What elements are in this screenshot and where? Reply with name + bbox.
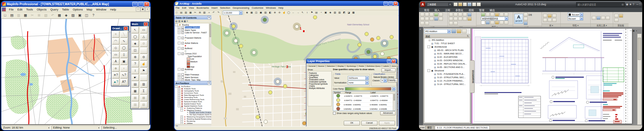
palette-close-icon[interactable]: × <box>420 28 421 30</box>
tree-expander-icon[interactable] <box>430 56 433 58</box>
layer-label[interactable]: Major Freeways <box>185 74 199 76</box>
dialog-tab[interactable]: Joins & Relates <box>390 64 399 67</box>
maximize-icon[interactable]: □ <box>639 3 641 6</box>
toolbox-icon[interactable] <box>184 120 186 122</box>
toc-layer-row[interactable] <box>175 39 209 42</box>
toc-layer-row[interactable] <box>175 34 209 37</box>
sheet-row[interactable]: S-01 - FOUNDATION PLA... <box>425 72 470 76</box>
chevron-down-icon[interactable]: ▾ <box>580 17 583 20</box>
sheet-row[interactable]: -Structural <box>425 69 470 72</box>
toolbox-label[interactable]: Linear Referencing Tools <box>184 99 204 100</box>
toolbox-item-row[interactable]: -ArcToolbox <box>175 85 211 87</box>
search-icon[interactable]: ◎ <box>621 3 624 6</box>
rectangle-tool[interactable]: ▭ <box>112 52 119 58</box>
show-list-item[interactable]: Proportional symbols <box>309 83 331 85</box>
sheet-row[interactable]: S-13 - FLOOR FRAMING... <box>425 79 470 82</box>
layer-icon[interactable] <box>181 47 184 50</box>
toolbox-label[interactable]: Hot Spot Analysis (Getis-Ord Gi*) <box>189 114 211 116</box>
layer-icon[interactable] <box>181 26 184 29</box>
sheet-label[interactable]: AS-01 - ARCH SITE PLAN <box>437 49 463 52</box>
toolbar-button[interactable]: ← <box>291 11 296 15</box>
symbology-row[interactable]: 0.493065 - 0.825451 0.493065 - 0.825451 <box>333 103 395 107</box>
toolbar-button[interactable]: ▩ <box>351 11 356 15</box>
sheet-row[interactable]: A-03 - DOORS WINDOW... <box>425 59 470 62</box>
show-list-item[interactable]: Quantities <box>309 76 331 78</box>
status-editing[interactable]: Editing: None▴ <box>52 125 101 130</box>
collapsed-palette-bar[interactable]: × <box>419 27 423 125</box>
sheet-label[interactable]: A-05 - SECTIONS AND D... <box>437 66 464 69</box>
tree-expander-icon[interactable] <box>181 34 183 37</box>
radius-select-tool[interactable]: ◯ <box>131 34 139 40</box>
toolbar-button[interactable]: ▤ <box>179 11 184 15</box>
sheetset-tool-button[interactable] <box>462 29 467 33</box>
show-list-item[interactable]: Features <box>309 72 331 74</box>
toolbar-button[interactable]: ◈ <box>245 11 249 15</box>
toolbar-button[interactable]: ▧ <box>333 11 337 15</box>
toc-layer-row[interactable]: -Buildings <box>175 68 209 71</box>
toolbar-button[interactable]: ↖ <box>300 11 305 15</box>
toolbox-icon[interactable] <box>186 113 189 116</box>
text-tool[interactable]: A <box>112 58 119 65</box>
toolbox-item-row[interactable]: Cluster and Outlier Analysis (Anselin <box>175 111 211 113</box>
tree-expander-icon[interactable]: - <box>175 85 177 88</box>
tree-expander-icon[interactable] <box>430 73 433 75</box>
toc-layer-row[interactable]: -Routing <box>175 23 209 26</box>
layer-label[interactable]: Buildings <box>185 68 193 70</box>
chevron-down-icon[interactable]: ▾ <box>580 13 583 16</box>
layer-label[interactable]: Low <box>190 58 194 60</box>
tree-expander-icon[interactable] <box>430 49 433 52</box>
menu-item[interactable]: Insert <box>210 6 219 9</box>
tree-expander-icon[interactable]: - <box>178 36 181 39</box>
advanced-button[interactable]: Advanced <box>380 111 396 115</box>
sheet-icon[interactable] <box>434 52 437 55</box>
toolbox-label[interactable]: Measuring Geographic Distributions <box>187 116 211 118</box>
layer-icon[interactable] <box>184 34 187 36</box>
layer-label[interactable]: High <box>190 66 194 68</box>
toolbar-button[interactable]: ▧ <box>202 11 207 15</box>
dialog-tab[interactable]: Selection <box>326 64 336 67</box>
tree-expander-icon[interactable] <box>430 66 433 69</box>
toolbox-item-row[interactable]: +Network Analyst Tools <box>175 100 211 103</box>
toc-layer-row[interactable]: -Census 2010 <box>175 53 209 55</box>
normalization-combobox[interactable]: none▾ <box>348 81 369 85</box>
menu-item[interactable]: Windows <box>264 6 277 9</box>
sheetset-tool-button[interactable] <box>451 29 456 33</box>
tree-expander-icon[interactable] <box>427 42 430 45</box>
statistics-tool[interactable]: Σ <box>140 88 147 95</box>
toc-layer-row[interactable]: +World_Topo_Map <box>175 79 209 81</box>
tree-expander-icon[interactable]: - <box>175 23 178 26</box>
chevron-down-icon[interactable]: ▾ <box>392 87 396 91</box>
pan-tool[interactable]: ☝ <box>140 61 147 67</box>
sheet-label[interactable]: A-04 - REFLECTED CEILIN... <box>437 62 467 65</box>
symbology-row[interactable]: -0.694772 - 0.493064 -0.694772 - 0.49306… <box>333 98 395 103</box>
new-mapper-button[interactable]: ◈ <box>63 12 69 18</box>
toolbox-label[interactable]: Mapping Clusters <box>187 109 201 111</box>
line-style-button[interactable]: ∿? <box>120 72 128 78</box>
qat-plot-button[interactable] <box>467 2 472 6</box>
qat-new-button[interactable] <box>454 2 458 6</box>
sheet-row[interactable]: IRD Addition <box>425 38 470 42</box>
ribbon-tab[interactable]: 常用 <box>422 8 432 12</box>
sheet-label[interactable]: S-10 - STRUCTURAL SEC... <box>437 76 466 79</box>
toolbar-button[interactable]: ▨ <box>337 11 342 15</box>
toolbar-button[interactable]: ↶ <box>211 11 216 15</box>
tree-expander-icon[interactable] <box>430 79 433 82</box>
close-icon[interactable]: × <box>207 16 211 19</box>
sheet-row[interactable]: S-14 - STRUCTURAL SEC... <box>425 82 470 86</box>
open-table-button[interactable]: ▤ <box>9 12 15 18</box>
toolbar-button[interactable]: ◧ <box>268 11 272 15</box>
toc-layer-row[interactable] <box>175 44 209 47</box>
toolbar-button[interactable]: ◫ <box>254 11 259 15</box>
sheet-label[interactable]: IRD Addition <box>432 39 444 41</box>
region-style-button[interactable]: ▲? <box>112 79 119 85</box>
clip-region-off-tool[interactable]: ▧ <box>140 102 147 108</box>
toc-layer-row[interactable]: Low <box>175 58 209 61</box>
toc-layer-row[interactable]: +Alarm Types <box>175 29 209 32</box>
tree-expander-icon[interactable]: - <box>178 105 180 107</box>
chevron-down-icon[interactable]: ▾ <box>505 17 508 20</box>
layer-icon[interactable] <box>181 32 184 34</box>
menu-item[interactable]: Selection <box>219 6 231 9</box>
spacer[interactable] <box>140 47 147 54</box>
sheet-label[interactable]: A-02 - ELEVATIONS <box>437 56 458 58</box>
label-tool[interactable]: ⚑ <box>140 68 147 74</box>
